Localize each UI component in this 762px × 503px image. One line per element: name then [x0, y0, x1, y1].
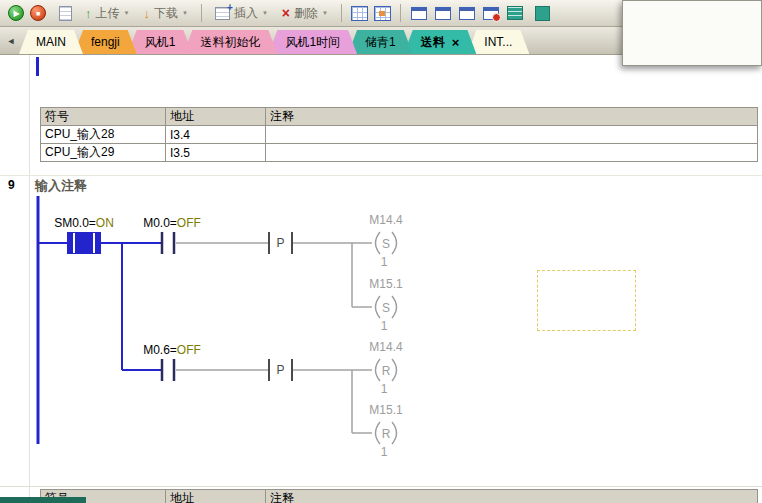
contact-sm0-0[interactable]: SM0.0=ON [54, 216, 114, 254]
chevron-down-icon[interactable]: ▼ [182, 10, 188, 16]
column-header-comment: 注释 [266, 490, 758, 503]
symbol-table-next: 符号 地址 注释 [40, 489, 758, 503]
program-editor-canvas[interactable]: 符号 地址 注释 CPU_输入28 I3.4 CPU_输入29 I3.5 [0, 55, 762, 503]
comment-cell[interactable] [266, 126, 758, 144]
coil-address: M14.4 [369, 213, 403, 227]
chevron-down-icon[interactable]: ▼ [262, 10, 268, 16]
delete-x-icon: × [282, 6, 290, 20]
network-number: 9 [8, 178, 15, 192]
coil-set-m14-4[interactable]: M14.4 S 1 [369, 213, 403, 269]
coil-count: 1 [381, 255, 388, 269]
contact-label: SM0.0=ON [54, 216, 114, 230]
stop-button[interactable]: ■ [30, 5, 46, 21]
plc-editor-window: ▶ ■ ↑ 上传 ▼ ↓ 下载 ▼ + 插入 ▼ × 删除 ▼ [0, 0, 762, 503]
selection-highlight [0, 497, 86, 503]
tab-fengji1[interactable]: 风机1 [128, 30, 193, 54]
rung-1: SM0.0=ON M0.0=OFF P [39, 213, 403, 370]
insert-label: 插入 [234, 5, 258, 22]
positive-edge-contact[interactable]: P [269, 359, 292, 381]
chevron-down-icon[interactable]: ▼ [322, 10, 328, 16]
coil-count: 1 [381, 382, 388, 396]
network-separator [0, 486, 762, 487]
symbol-cell[interactable]: CPU_输入28 [41, 126, 166, 144]
power-rail-remnant [36, 57, 39, 76]
edge-label: P [276, 363, 284, 377]
close-window-icon[interactable] [483, 7, 499, 20]
tab-label: MAIN [36, 35, 66, 49]
comment-cell[interactable] [266, 144, 758, 162]
positive-edge-contact[interactable]: P [269, 232, 292, 254]
tab-label: 储青1 [365, 34, 396, 51]
upload-label: 上传 [96, 5, 120, 22]
tab-songliao-active[interactable]: 送料 × [404, 30, 477, 54]
edge-label: P [276, 236, 284, 250]
selection-box [537, 270, 636, 331]
coil-count: 1 [381, 319, 388, 333]
compile-icon[interactable] [59, 6, 72, 21]
contact-m0-0[interactable]: M0.0=OFF [143, 216, 201, 254]
insert-button[interactable]: + 插入 ▼ [209, 3, 274, 24]
contact-label: M0.0=OFF [143, 216, 201, 230]
network-comment[interactable]: 输入注释 [35, 177, 87, 195]
download-arrow-icon: ↓ [143, 7, 150, 20]
play-icon: ▶ [8, 5, 24, 21]
toolbar-separator [201, 4, 202, 22]
upload-button[interactable]: ↑ 上传 ▼ [79, 3, 135, 24]
tab-songliao-init[interactable]: 送料初始化 [183, 30, 277, 54]
tab-int[interactable]: INT... [467, 30, 529, 54]
coil-count: 1 [381, 445, 388, 459]
symbol-table-header-row: 符号 地址 注释 [41, 490, 758, 503]
contact-m0-6[interactable]: M0.6=OFF [143, 343, 201, 381]
download-label: 下载 [154, 5, 178, 22]
stop-icon: ■ [30, 5, 46, 21]
tab-label: INT... [484, 35, 512, 49]
tab-label: fengji [91, 35, 120, 49]
table-view-icon[interactable] [507, 6, 523, 20]
toolbar-separator [341, 4, 342, 22]
upload-arrow-icon: ↑ [85, 7, 92, 20]
symbol-table: 符号 地址 注释 CPU_输入28 I3.4 CPU_输入29 I3.5 [40, 107, 758, 162]
tab-chuqing1[interactable]: 储青1 [348, 30, 413, 54]
address-cell[interactable]: I3.4 [166, 126, 266, 144]
delete-label: 删除 [294, 5, 318, 22]
run-button[interactable]: ▶ [8, 5, 24, 21]
rung-2: M0.6=OFF P M14.4 R 1 [122, 340, 403, 459]
tab-fengji1-time[interactable]: 风机1时间 [268, 30, 357, 54]
tab-main[interactable]: MAIN [19, 30, 83, 54]
contact-label: M0.6=OFF [143, 343, 201, 357]
tooltip-panel [622, 0, 762, 66]
coil-address: M15.1 [369, 403, 403, 417]
tab-label: 送料初始化 [200, 34, 260, 51]
symbol-row: CPU_输入29 I3.5 [41, 144, 758, 162]
ladder-diagram[interactable]: SM0.0=ON M0.0=OFF P [0, 195, 762, 463]
tab-close-icon[interactable]: × [452, 36, 460, 49]
coil-op: R [382, 427, 391, 441]
tab-label: 送料 [421, 34, 445, 51]
tab-fengji[interactable]: fengji [74, 30, 137, 54]
column-header-address: 地址 [166, 490, 266, 503]
coil-address: M15.1 [369, 277, 403, 291]
delete-button[interactable]: × 删除 ▼ [276, 3, 334, 24]
address-cell[interactable]: I3.5 [166, 144, 266, 162]
coil-reset-m14-4[interactable]: M14.4 R 1 [369, 340, 403, 396]
column-header-symbol: 符号 [41, 108, 166, 126]
window-icon[interactable] [459, 7, 475, 20]
download-button[interactable]: ↓ 下载 ▼ [137, 3, 193, 24]
window-icon[interactable] [435, 7, 451, 20]
coil-op: S [382, 237, 390, 251]
symbol-row: CPU_输入28 I3.4 [41, 126, 758, 144]
coil-address: M14.4 [369, 340, 403, 354]
network-separator [0, 175, 762, 176]
window-icon[interactable] [411, 7, 427, 20]
status-chart-view-icon[interactable] [374, 6, 391, 21]
coil-op: R [382, 364, 391, 378]
symbol-table-header-row: 符号 地址 注释 [41, 108, 758, 126]
pou-icon[interactable] [535, 6, 550, 21]
coil-set-m15-1[interactable]: M15.1 S 1 [369, 277, 403, 333]
column-header-comment: 注释 [266, 108, 758, 126]
chevron-down-icon[interactable]: ▼ [124, 10, 130, 16]
symbol-table-view-icon[interactable] [351, 6, 368, 21]
symbol-cell[interactable]: CPU_输入29 [41, 144, 166, 162]
coil-reset-m15-1[interactable]: M15.1 R 1 [369, 403, 403, 459]
tab-scroll-left-arrow[interactable]: ◄ [3, 30, 19, 52]
